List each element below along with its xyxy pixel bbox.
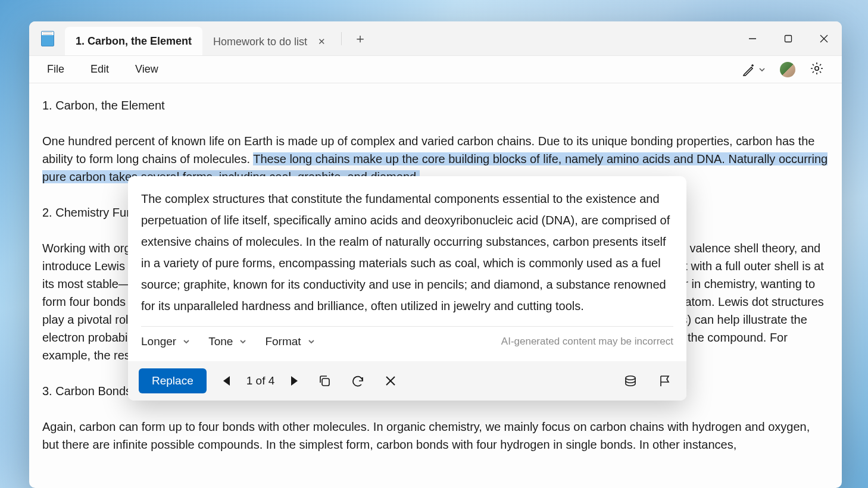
- regenerate-button[interactable]: [348, 371, 368, 391]
- notepad-app-icon: [41, 31, 54, 46]
- close-window-button[interactable]: [806, 21, 842, 55]
- maximize-icon: [784, 35, 792, 43]
- chevron-down-icon: [758, 66, 766, 73]
- svg-rect-5: [322, 378, 329, 386]
- ai-suggestion-text: The complex structures that constitute t…: [141, 188, 673, 317]
- triangle-left-icon: [223, 376, 230, 386]
- chevron-down-icon: [307, 337, 316, 346]
- close-icon: [820, 35, 828, 43]
- dismiss-button[interactable]: [381, 371, 400, 390]
- gear-icon: [810, 61, 824, 76]
- next-suggestion-button[interactable]: [288, 373, 301, 389]
- minimize-button[interactable]: [735, 21, 770, 55]
- option-longer[interactable]: Longer: [141, 335, 191, 348]
- chevron-down-icon: [239, 337, 247, 346]
- ai-disclaimer: AI-generated content may be incorrect: [501, 336, 673, 348]
- paragraph-3: Again, carbon can form up to four bonds …: [42, 418, 829, 453]
- ai-rewrite-button[interactable]: [738, 59, 769, 80]
- option-tone[interactable]: Tone: [208, 335, 247, 348]
- feedback-button[interactable]: [654, 370, 676, 392]
- option-format[interactable]: Format: [265, 335, 315, 348]
- svg-point-4: [815, 66, 819, 70]
- titlebar: 1. Carbon, the Element Homework to do li…: [29, 21, 842, 56]
- menu-file[interactable]: File: [34, 58, 77, 80]
- copy-icon: [318, 374, 331, 387]
- tab-separator: [341, 32, 342, 45]
- close-icon: [385, 375, 396, 387]
- previous-suggestion-button[interactable]: [220, 373, 233, 389]
- window-controls: [735, 21, 842, 55]
- history-button[interactable]: [620, 370, 641, 392]
- pager-label: 1 of 4: [246, 374, 275, 387]
- pen-sparkle-icon: [742, 62, 756, 77]
- minimize-icon: [748, 35, 757, 43]
- tab-label: 1. Carbon, the Element: [76, 35, 192, 48]
- chevron-down-icon: [182, 337, 191, 346]
- stack-icon: [623, 374, 638, 388]
- tab-homework-list[interactable]: Homework to do list ✕: [202, 28, 339, 55]
- menu-edit[interactable]: Edit: [77, 58, 122, 80]
- triangle-right-icon: [291, 376, 298, 386]
- svg-point-8: [626, 376, 635, 380]
- rewrite-options-row: Longer Tone Format AI-generated content …: [141, 326, 673, 354]
- svg-rect-1: [785, 35, 792, 42]
- replace-button[interactable]: Replace: [139, 368, 207, 393]
- user-avatar[interactable]: [780, 62, 795, 77]
- tab-label: Homework to do list: [213, 36, 307, 48]
- tab-carbon-element[interactable]: 1. Carbon, the Element: [65, 27, 202, 55]
- popup-footer: Replace 1 of 4: [128, 361, 686, 401]
- flag-icon: [658, 374, 672, 388]
- new-tab-button[interactable]: ＋: [344, 30, 376, 48]
- settings-button[interactable]: [806, 58, 828, 82]
- menubar: File Edit View: [29, 56, 842, 83]
- ai-rewrite-popup: The complex structures that constitute t…: [128, 176, 686, 401]
- heading-1: 1. Carbon, the Element: [42, 96, 829, 114]
- copy-button[interactable]: [314, 371, 335, 391]
- menu-view[interactable]: View: [122, 58, 171, 80]
- maximize-button[interactable]: [770, 21, 806, 55]
- refresh-icon: [351, 374, 364, 387]
- tab-strip: 1. Carbon, the Element Homework to do li…: [65, 21, 376, 55]
- close-tab-icon[interactable]: ✕: [316, 34, 328, 49]
